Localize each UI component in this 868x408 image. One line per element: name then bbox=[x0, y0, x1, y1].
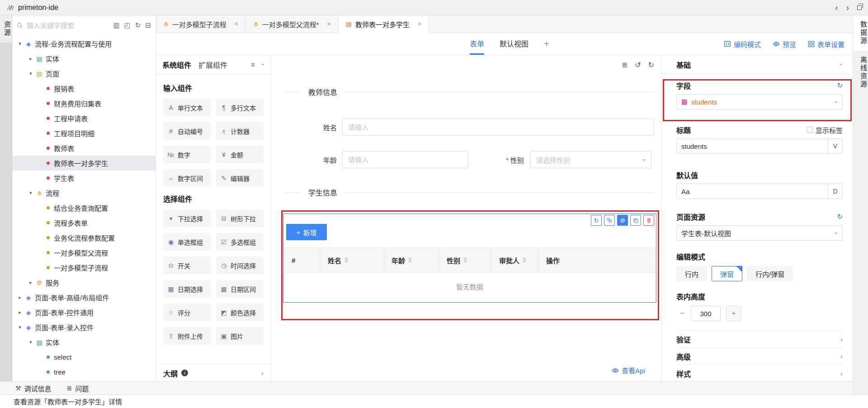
tree-item[interactable]: ▾▤实体 bbox=[12, 335, 156, 350]
tree-item[interactable]: 一对多模型子流程 bbox=[12, 260, 156, 275]
sort-icon[interactable] bbox=[408, 257, 412, 263]
nav-forward-icon[interactable]: › bbox=[846, 3, 849, 12]
delete-icon[interactable] bbox=[643, 215, 654, 226]
tree-item[interactable]: ▸▤实体 bbox=[12, 51, 156, 66]
section-advanced[interactable]: 高级 › bbox=[676, 348, 843, 365]
import-icon[interactable]: ▥ bbox=[113, 21, 119, 29]
palette-item[interactable]: ◷时间选择 bbox=[216, 256, 264, 274]
palette-item[interactable]: №数字 bbox=[163, 146, 211, 163]
sort-icon[interactable] bbox=[523, 257, 526, 263]
title-variable-button[interactable]: V bbox=[828, 139, 842, 153]
form-settings-button[interactable]: 表单设置 bbox=[808, 39, 844, 49]
restore-window-icon[interactable] bbox=[857, 5, 862, 10]
palette-item[interactable]: ⇔数字区间 bbox=[163, 169, 211, 187]
sort-icon[interactable] bbox=[344, 257, 348, 263]
sync-icon[interactable]: ↻ bbox=[837, 81, 843, 90]
chevron-down-icon[interactable]: ▾ bbox=[16, 324, 24, 330]
sort-icon[interactable] bbox=[463, 257, 467, 263]
table-height-value[interactable]: 300 bbox=[691, 306, 721, 321]
chevron-down-icon[interactable]: › bbox=[260, 63, 267, 66]
palette-item[interactable]: ▦日期选择 bbox=[163, 280, 211, 298]
nav-back-icon[interactable]: ‹ bbox=[835, 3, 838, 12]
preview-button[interactable]: 预览 bbox=[773, 39, 796, 49]
palette-item[interactable]: ✎编辑器 bbox=[216, 169, 264, 187]
close-icon[interactable]: × bbox=[327, 20, 331, 28]
section-validation[interactable]: 验证 › bbox=[676, 331, 843, 348]
refresh-icon[interactable]: ↻ bbox=[135, 21, 141, 29]
palette-item[interactable]: ±计数器 bbox=[216, 122, 264, 140]
palette-item[interactable]: ☑多选框组 bbox=[216, 233, 264, 251]
close-icon[interactable]: × bbox=[418, 20, 421, 28]
tree-item[interactable]: 工程项目明细 bbox=[12, 126, 156, 141]
section-style[interactable]: 样式 › bbox=[676, 365, 843, 381]
sync-icon[interactable]: ↻ bbox=[837, 213, 843, 221]
chevron-right-icon[interactable]: ▸ bbox=[27, 280, 35, 285]
chevron-right-icon[interactable]: › bbox=[840, 370, 843, 377]
strip-tab-datasource[interactable]: 数据源 bbox=[853, 15, 868, 51]
table-column-header[interactable]: 审批人 bbox=[492, 248, 539, 272]
file-tab[interactable]: ⋔ 一对多模型子流程 × bbox=[156, 15, 246, 33]
tab-form[interactable]: 表单 bbox=[470, 33, 484, 55]
palette-item[interactable]: ◩颜色选择 bbox=[216, 304, 264, 321]
folder-icon[interactable]: ◰ bbox=[124, 21, 131, 29]
palette-item[interactable]: ☆评分 bbox=[163, 304, 211, 321]
chevron-right-icon[interactable]: › bbox=[261, 370, 264, 376]
tree-item[interactable]: ▾◈页面-表单-录入控件 bbox=[12, 320, 156, 335]
table-column-header[interactable]: 姓名 bbox=[321, 248, 384, 272]
student-subtable-widget[interactable]: ↻ ⚙ + 新增 #姓名年龄 bbox=[283, 213, 656, 303]
palette-item[interactable]: ▾下拉选择 bbox=[163, 209, 211, 227]
code-mode-button[interactable]: 编码模式 bbox=[724, 39, 761, 49]
table-column-header[interactable]: 性别 bbox=[439, 248, 492, 272]
edit-mode-button[interactable]: 弹窗 bbox=[712, 266, 742, 281]
strip-tab-resources[interactable]: 资源 bbox=[0, 15, 12, 43]
chevron-down-icon[interactable]: ▾ bbox=[16, 41, 24, 47]
field-select[interactable]: ▦ students › bbox=[676, 94, 843, 109]
palette-item[interactable]: ⊙开关 bbox=[163, 256, 211, 274]
chevron-down-icon[interactable]: ▾ bbox=[27, 339, 35, 345]
page-resource-select[interactable]: 学生表-默认视图 › bbox=[676, 225, 843, 241]
tree-item[interactable]: 学生表 bbox=[12, 171, 156, 185]
outline-bar[interactable]: 大纲 i › bbox=[156, 364, 271, 381]
gender-select[interactable]: 请选择性别 › bbox=[530, 151, 651, 168]
tree-item[interactable]: select bbox=[12, 350, 156, 365]
tab-system-components[interactable]: 系统组件 bbox=[162, 59, 191, 70]
plus-icon[interactable]: + bbox=[726, 306, 741, 321]
palette-item[interactable]: ▦日期区间 bbox=[216, 280, 264, 298]
tree-item[interactable]: ▾⋔流程 bbox=[12, 185, 156, 200]
edit-mode-button[interactable]: 行内 bbox=[676, 266, 707, 281]
chevron-right-icon[interactable]: ▸ bbox=[16, 294, 24, 300]
palette-item[interactable]: ¶多行文本 bbox=[216, 99, 264, 116]
close-icon[interactable]: × bbox=[235, 20, 238, 28]
tree-item[interactable]: 工程申请表 bbox=[12, 111, 156, 126]
add-view-button[interactable]: + bbox=[544, 33, 549, 55]
chevron-down-icon[interactable]: › bbox=[838, 63, 845, 66]
collapse-all-icon[interactable]: ⊟ bbox=[145, 21, 151, 29]
palette-item[interactable]: A单行文本 bbox=[163, 99, 211, 116]
tree-item[interactable]: 流程多表单 bbox=[12, 215, 156, 230]
chevron-down-icon[interactable]: ▾ bbox=[27, 190, 35, 196]
problems-tab[interactable]: ≣ 问题 bbox=[67, 384, 89, 393]
tree-item[interactable]: ▸⚙服务 bbox=[12, 275, 156, 290]
file-tab-active[interactable]: ▤ 教师表一对多学生 × bbox=[339, 15, 429, 33]
properties-header[interactable]: 基础 › bbox=[662, 55, 853, 74]
tree-item[interactable]: ▾◈流程-业务流程配置与使用 bbox=[12, 36, 156, 51]
default-value-input[interactable] bbox=[677, 184, 828, 199]
tab-extension-components[interactable]: 扩展组件 bbox=[198, 59, 227, 70]
add-row-button[interactable]: + 新增 bbox=[286, 224, 327, 240]
tree-item[interactable]: tree bbox=[12, 365, 156, 380]
table-column-header[interactable]: 年龄 bbox=[384, 248, 439, 272]
sort-icon[interactable]: ≣ bbox=[622, 61, 627, 69]
palette-item[interactable]: ◉单选框组 bbox=[163, 233, 211, 251]
menu-icon[interactable]: ≡ bbox=[251, 61, 255, 68]
tree-item[interactable]: ▸◈页面-表单-控件通用 bbox=[12, 305, 156, 320]
chevron-right-icon[interactable]: ▸ bbox=[27, 56, 35, 62]
default-variable-button[interactable]: D bbox=[828, 184, 842, 199]
file-tab[interactable]: ⋔ 一对多模型父流程* × bbox=[246, 15, 339, 33]
palette-item[interactable]: ¥金额 bbox=[216, 146, 264, 163]
name-input[interactable] bbox=[342, 119, 654, 136]
tab-default-view[interactable]: 默认视图 bbox=[500, 33, 528, 55]
palette-item[interactable]: ⊟树形下拉 bbox=[216, 209, 264, 227]
tree-item[interactable]: 财务费用归集表 bbox=[12, 96, 156, 111]
age-input[interactable] bbox=[342, 151, 468, 168]
chevron-right-icon[interactable]: ▸ bbox=[16, 309, 24, 315]
